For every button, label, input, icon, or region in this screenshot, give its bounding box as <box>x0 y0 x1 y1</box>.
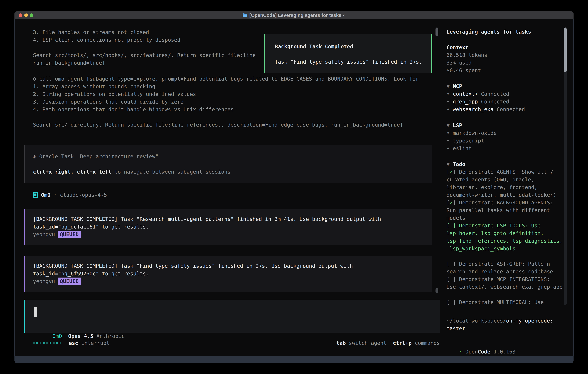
window-bottom-edge <box>14 356 574 363</box>
lsp-heading[interactable]: ▼ LSP <box>447 122 497 129</box>
tab-key-hint: tab <box>336 339 346 347</box>
lsp-item: • markdown-oxide <box>447 129 497 137</box>
titlebar: [OpenCode] Leveraging agents for tasks ◐ <box>14 11 574 19</box>
mcp-item: • grep_app Connected <box>447 98 525 105</box>
workspace-prefix: ~/local-workspaces/ <box>447 318 506 324</box>
status-model: Opus 4.5 <box>68 333 93 339</box>
esc-key-hint: esc <box>69 339 78 347</box>
task-user: yeongyu <box>33 278 55 284</box>
status-agent: OmO <box>52 333 62 339</box>
todo-line: search and replace across codebase <box>447 268 574 275</box>
prompt-input[interactable]: OmO Opus 4.5 Anthropic <box>24 300 440 333</box>
sidebar-scrollbar-track[interactable] <box>564 28 567 305</box>
ctrlp-key-hint: ctrl+p <box>387 339 412 347</box>
todo-heading[interactable]: ▼ Todo <box>447 160 574 168</box>
context-stat-line: 33% used <box>447 59 487 67</box>
tab-label: switch agent <box>346 339 387 347</box>
chevron-down-icon: ▼ <box>447 122 453 128</box>
oracle-hint-keys: ctrl+x right, ctrl+x left <box>33 169 111 175</box>
zoom-button[interactable] <box>30 13 33 17</box>
todo-line: lsp_workspace_symbols <box>447 245 574 252</box>
todo-line: lsp_hover, lsp_goto_definition, <box>447 229 574 237</box>
todo-line: lsp_find_references, lsp_diagnostics, <box>447 237 574 245</box>
terminal-window: [OpenCode] Leveraging agents for tasks ◐… <box>14 11 574 363</box>
checkbox-empty-icon: [ ] <box>447 299 459 305</box>
lsp-section: ▼ LSP • markdown-oxide• typescript• esli… <box>447 122 497 152</box>
todo-line: curated agents (OmO, oracle, <box>447 176 574 183</box>
background-task-toast: Background Task Completed Task "Find typ… <box>264 34 432 73</box>
oracle-icon: ◉ <box>33 154 36 159</box>
main-scrollbar-thumb[interactable] <box>435 28 438 36</box>
agent-name: OmO <box>41 191 51 199</box>
minimize-button[interactable] <box>24 13 28 17</box>
tool-call-detail-line: 3. Division operations that could divide… <box>33 98 419 105</box>
checkbox-empty-icon: [ ] <box>447 223 459 229</box>
mcp-heading[interactable]: ▼ MCP <box>447 83 525 90</box>
esc-label: interrupt <box>78 339 110 347</box>
log-line: 4. LSP client connections not properly d… <box>33 36 256 44</box>
checkbox-empty-icon: [ ] <box>447 261 459 267</box>
status-provider: Anthropic <box>93 333 125 339</box>
mcp-section: ▼ MCP • context7 Connected• grep_app Con… <box>447 83 525 113</box>
keybind-hint-bar: esc interrupt tab switch agent ctrl+p co… <box>33 339 440 347</box>
agent-separator: · <box>51 191 60 199</box>
context-stat-line: 66,518 tokens <box>447 51 487 59</box>
checkbox-checked-icon: [✓] <box>447 169 459 175</box>
tool-call-detail-line <box>33 113 419 121</box>
workspace-repo: oh-my-opencode: <box>506 318 553 324</box>
task-line1: [BACKGROUND TASK COMPLETED] Task "Find t… <box>33 262 432 270</box>
app-version: 1.0.163 <box>490 349 515 355</box>
todo-line: models <box>447 214 574 222</box>
todo-line: [ ] Demonstrate LSP TOOLS: Use <box>447 222 574 229</box>
spinner-dots <box>33 342 61 344</box>
bullet-icon: • <box>447 106 453 112</box>
tool-call-line: call_omo_agent [subagent_type=explore, p… <box>36 76 419 82</box>
lsp-item: • typescript <box>447 137 497 145</box>
log-line: 3. File handles or streams not closed <box>33 28 256 36</box>
mcp-item: • context7 Connected <box>447 90 525 98</box>
gear-icon: ⚙ <box>33 76 36 82</box>
app-name-dim: Open <box>465 349 478 355</box>
tool-call-detail-line: 4. Path operations that don't handle Win… <box>33 105 419 113</box>
todo-line: [ ] Demonstrate MULTIMODAL: Use <box>447 298 574 306</box>
log-text-block: 3. File handles or streams not closed4. … <box>33 28 256 67</box>
agent-model: claude-opus-4-5 <box>60 191 107 199</box>
oracle-task-box: ◉ Oracle Task "Deep architecture review"… <box>24 145 432 183</box>
todo-line: librarian, explore, frontend, <box>447 183 574 191</box>
workspace-branch: master <box>447 324 574 332</box>
bullet-icon: • <box>447 130 453 136</box>
todo-line: [✓] Demonstrate BACKGROUND AGENTS: <box>447 199 574 206</box>
traffic-lights <box>19 13 33 17</box>
chevron-down-icon: ▼ <box>447 83 453 89</box>
text-cursor <box>34 307 37 317</box>
task-line2: task_id="bg_6f59260c" to get results. <box>33 270 432 277</box>
toast-title: Background Task Completed <box>275 43 431 50</box>
tool-call-detail-line: 1. Array access without bounds checking <box>33 83 419 90</box>
toast-body: Task "Find type safety issues" finished … <box>275 58 431 66</box>
queued-badge: QUEUED <box>58 231 81 238</box>
window-title: [OpenCode] Leveraging agents for tasks ◐ <box>249 13 346 18</box>
lsp-item: • eslint <box>447 145 497 152</box>
app-name-bold: Code <box>478 349 491 355</box>
status-dot-icon: • <box>459 349 465 355</box>
agent-icon <box>33 192 38 198</box>
context-stat-line: $0.46 spent <box>447 67 487 74</box>
sidebar-scrollbar-thumb[interactable] <box>564 28 567 72</box>
todo-line: Use context7, websearch_exa, grep_app <box>447 283 574 291</box>
agent-header: OmO · claude-opus-4-5 <box>33 191 107 199</box>
mcp-item: • websearch_exa Connected <box>447 105 525 113</box>
todo-line: [✓] Demonstrate AGENTS: Show all 7 <box>447 168 574 176</box>
folder-icon <box>242 13 247 18</box>
main-scrollbar-thumb[interactable] <box>435 288 438 293</box>
task-line2: task_id="bg_dcfac161" to get results. <box>33 223 432 230</box>
context-heading: Context <box>447 43 487 51</box>
todo-line: Run parallel tasks with different <box>447 206 574 214</box>
log-line: Search src/tools/, src/hooks/, src/featu… <box>33 51 256 59</box>
oracle-task-title: Oracle Task "Deep architecture review" <box>36 154 158 159</box>
checkbox-empty-icon: [ ] <box>447 276 459 282</box>
todo-line <box>447 291 574 298</box>
close-button[interactable] <box>19 13 22 17</box>
bullet-icon: • <box>447 91 453 97</box>
workspace-path: ~/local-workspaces/oh-my-opencode: maste… <box>447 317 574 332</box>
session-title: Leveraging agents for tasks <box>447 28 531 36</box>
